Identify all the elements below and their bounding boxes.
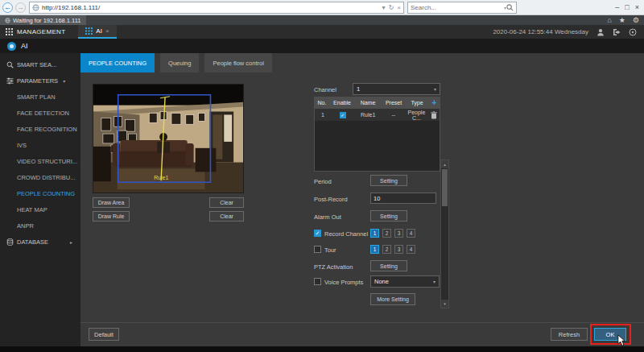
rules-table-header: No. Enable Name Preset Type + xyxy=(314,97,440,109)
sidebar-item-face-detection[interactable]: FACE DETECTION xyxy=(0,105,80,121)
page-globe-icon xyxy=(32,4,39,11)
form-scrollbar[interactable]: ▴ ▾ xyxy=(440,159,449,309)
record-channel-4[interactable]: 4 xyxy=(407,229,415,238)
record-channel-3[interactable]: 3 xyxy=(394,229,403,238)
datetime-label: 2020-06-24 12:55:44 Wednesday xyxy=(493,28,588,35)
check-icon: ✓ xyxy=(341,113,345,118)
tour-channel-2[interactable]: 2 xyxy=(382,245,391,254)
sidebar-item-heat-map[interactable]: HEAT MAP xyxy=(0,201,80,217)
ai-tab-close-icon[interactable]: × xyxy=(105,27,109,35)
browser-tab-strip-icons: ⌂ ★ ⚙ xyxy=(607,16,639,24)
screen: ← → http://192.168.1.111/ ▾ ↻ × ▾ – □ × … xyxy=(0,0,644,352)
chevron-down-icon: ▾ xyxy=(434,86,436,92)
voice-prompts-checkbox[interactable] xyxy=(314,278,321,285)
tab-queuing[interactable]: Queuing xyxy=(160,53,199,72)
post-record-label: Post-Record xyxy=(314,196,348,203)
sidebar-item-ivs[interactable]: IVS xyxy=(0,137,80,153)
caret-down-icon: ▾ xyxy=(63,78,65,84)
browser-tab[interactable]: Waiting for 192.168.1.111 xyxy=(0,15,86,25)
channel-value: 1 xyxy=(357,85,360,93)
sidebar-item-label: CROWD DISTRIBU... xyxy=(17,174,76,181)
check-icon: ✓ xyxy=(316,230,320,236)
favorites-star-icon[interactable]: ★ xyxy=(619,16,625,24)
sidebar-item-face-recognition[interactable]: FACE RECOGNITION xyxy=(0,121,80,137)
sidebar-item-parameters[interactable]: PARAMETERS ▾ xyxy=(0,72,80,89)
ptz-setting-button[interactable]: Setting xyxy=(370,260,407,271)
sidebar-item-label: PEOPLE COUNTING xyxy=(17,190,75,197)
smart-search-icon xyxy=(6,61,14,68)
clear-rule-button[interactable]: Clear xyxy=(209,211,244,222)
alarm-out-label: Alarm Out xyxy=(314,213,341,221)
enable-checkbox[interactable]: ✓ xyxy=(340,112,346,118)
more-setting-button[interactable]: More Setting xyxy=(370,293,415,305)
stop-icon[interactable]: × xyxy=(397,4,401,11)
sidebar-item-smart-search[interactable]: SMART SEA... xyxy=(0,56,80,72)
logout-icon[interactable] xyxy=(613,28,621,36)
rules-table-body: 1 ✓ Rule1 -- People C... xyxy=(314,109,440,172)
clear-area-button[interactable]: Clear xyxy=(209,197,244,208)
tab-people-flow-control[interactable]: People flow control xyxy=(204,53,271,72)
help-circle-icon[interactable] xyxy=(629,28,637,36)
alarm-out-setting-button[interactable]: Setting xyxy=(370,210,407,222)
maximize-icon[interactable]: □ xyxy=(625,3,629,11)
search-input[interactable] xyxy=(411,4,504,11)
draw-rule-button[interactable]: Draw Rule xyxy=(93,211,130,222)
sidebar-item-people-counting[interactable]: PEOPLE COUNTING xyxy=(0,185,80,201)
rule-label: Rule1 xyxy=(154,175,168,180)
tour-channel-buttons: 1 2 3 4 xyxy=(370,245,415,254)
refresh-icon[interactable]: ↻ xyxy=(389,4,394,11)
user-icon[interactable] xyxy=(597,28,605,36)
sidebar-item-video-structuring[interactable]: VIDEO STRUCTURI... xyxy=(0,153,80,169)
url-text: http://192.168.1.111/ xyxy=(42,4,100,11)
close-icon[interactable]: × xyxy=(635,3,639,11)
search-box[interactable]: ▾ xyxy=(407,2,517,14)
refresh-button[interactable]: Refresh xyxy=(551,328,588,341)
tour-channel-4[interactable]: 4 xyxy=(407,245,415,254)
delete-rule-icon[interactable] xyxy=(431,111,437,119)
sidebar-item-label: DATABASE xyxy=(17,238,48,246)
scroll-thumb[interactable] xyxy=(442,169,448,206)
minimize-icon[interactable]: – xyxy=(615,3,619,11)
back-button[interactable]: ← xyxy=(2,2,13,13)
settings-gear-icon[interactable]: ⚙ xyxy=(633,16,639,24)
tour-checkbox[interactable] xyxy=(314,246,321,253)
back-icon: ← xyxy=(4,4,11,11)
sidebar-item-label: SMART SEA... xyxy=(17,61,56,68)
browser-tab-strip: Waiting for 192.168.1.111 ⌂ ★ ⚙ xyxy=(0,15,644,25)
default-button[interactable]: Default xyxy=(89,328,119,341)
table-row[interactable]: 1 ✓ Rule1 -- People C... xyxy=(315,109,440,122)
record-channel-2[interactable]: 2 xyxy=(382,229,391,238)
forward-button[interactable]: → xyxy=(15,2,26,13)
tab-ai[interactable]: AI × xyxy=(78,25,116,39)
search-icon[interactable] xyxy=(506,4,514,11)
cell-type: People C... xyxy=(406,110,428,121)
sidebar-item-anpr[interactable]: ANPR xyxy=(0,217,80,234)
tour-channel-3[interactable]: 3 xyxy=(394,245,403,254)
autocomplete-dropdown-icon[interactable]: ▾ xyxy=(382,4,386,11)
database-icon xyxy=(6,238,14,246)
record-channel-checkbox[interactable]: ✓ xyxy=(314,230,321,237)
cell-no: 1 xyxy=(315,112,331,118)
period-setting-button[interactable]: Setting xyxy=(370,175,407,186)
sidebar-item-label: VIDEO STRUCTURI... xyxy=(17,158,77,165)
tab-people-counting[interactable]: PEOPLE COUNTING xyxy=(80,53,155,72)
add-rule-button[interactable]: + xyxy=(428,98,440,107)
record-channel-buttons: 1 2 3 4 xyxy=(370,229,415,238)
scroll-down-button[interactable]: ▾ xyxy=(441,300,448,308)
post-record-input[interactable] xyxy=(370,193,436,204)
scroll-up-button[interactable]: ▴ xyxy=(441,160,448,168)
home-icon[interactable]: ⌂ xyxy=(607,16,611,24)
voice-prompts-dropdown[interactable]: None ▾ xyxy=(370,275,440,288)
camera-preview[interactable]: Rule1 xyxy=(93,84,244,193)
apps-grid-icon[interactable] xyxy=(6,28,13,35)
record-channel-1[interactable]: 1 xyxy=(370,229,379,238)
draw-area-button[interactable]: Draw Area xyxy=(93,197,130,208)
channel-dropdown[interactable]: 1 ▾ xyxy=(353,83,440,95)
sidebar-item-crowd-distribution[interactable]: CROWD DISTRIBU... xyxy=(0,169,80,185)
sidebar-item-database[interactable]: DATABASE ▸ xyxy=(0,234,80,250)
col-enable: Enable xyxy=(330,100,354,106)
address-bar[interactable]: http://192.168.1.111/ ▾ ↻ × xyxy=(29,2,404,14)
ok-button[interactable]: OK xyxy=(594,328,626,341)
sidebar-item-smart-plan[interactable]: SMART PLAN xyxy=(0,89,80,105)
tour-channel-1[interactable]: 1 xyxy=(370,245,379,254)
